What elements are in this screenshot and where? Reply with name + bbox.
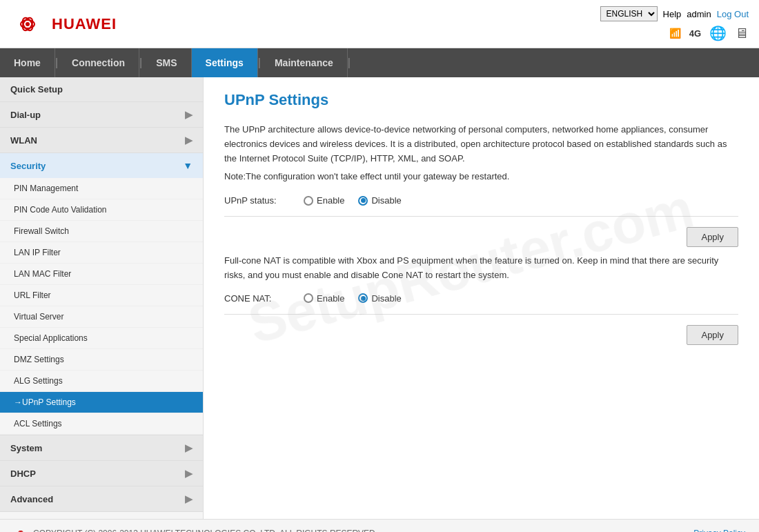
language-select[interactable]: ENGLISH [600, 6, 658, 21]
upnp-disable-option[interactable]: Disable [358, 195, 401, 206]
privacy-policy-link[interactable]: Privacy Policy [693, 529, 745, 533]
navigation-bar: Home | Connection | SMS Settings | Maint… [0, 48, 759, 77]
4g-icon: 4G [689, 28, 701, 39]
sidebar-label-wlan: WLAN [10, 135, 37, 146]
upnp-disable-radio[interactable] [358, 196, 368, 206]
footer-copyright: COPYRIGHT (C) 2006-2013 HUAWEI TECHNOLOG… [33, 529, 377, 533]
upnp-enable-radio[interactable] [304, 196, 313, 206]
sidebar-item-dhcp[interactable]: DHCP ▶ [0, 461, 203, 486]
chevron-dhcp-icon: ▶ [185, 468, 193, 479]
sidebar-item-system[interactable]: System ▶ [0, 435, 203, 460]
cone-enable-label: Enable [317, 293, 344, 304]
sidebar-item-acl-settings[interactable]: ACL Settings [0, 413, 203, 435]
admin-label: admin [687, 9, 711, 19]
sidebar-section-system: System ▶ [0, 435, 203, 461]
chevron-dial-up-icon: ▶ [185, 109, 193, 120]
sidebar-section-advanced: Advanced ▶ [0, 486, 203, 512]
footer: COPYRIGHT (C) 2006-2013 HUAWEI TECHNOLOG… [0, 519, 759, 532]
sidebar-item-virtual-server[interactable]: Virtual Server [0, 306, 203, 328]
sidebar-section-security: Security ▼ PIN Management PIN Code Auto … [0, 153, 203, 435]
sidebar-item-dmz-settings[interactable]: DMZ Settings [0, 349, 203, 371]
divider-1 [224, 216, 738, 217]
cone-disable-radio[interactable] [358, 293, 368, 303]
sidebar-item-url-filter[interactable]: URL Filter [0, 285, 203, 306]
sidebar-section-dhcp: DHCP ▶ [0, 461, 203, 486]
chevron-advanced-icon: ▶ [185, 493, 193, 504]
svg-point-3 [26, 22, 30, 26]
nav-settings[interactable]: Settings [192, 48, 258, 77]
upnp-enable-label: Enable [317, 195, 344, 206]
upnp-disable-label: Disable [371, 195, 401, 206]
sidebar-section-dial-up: Dial-up ▶ [0, 102, 203, 128]
divider-2 [224, 314, 738, 315]
nav-home[interactable]: Home [0, 48, 55, 77]
sidebar: Quick Setup Dial-up ▶ WLAN ▶ Security ▼ … [0, 77, 204, 519]
footer-logo: COPYRIGHT (C) 2006-2013 HUAWEI TECHNOLOG… [14, 528, 377, 533]
chevron-security-icon: ▼ [183, 160, 193, 171]
user-controls: ENGLISH Help admin Log Out [600, 6, 749, 21]
sidebar-item-advanced[interactable]: Advanced ▶ [0, 486, 203, 511]
sidebar-item-special-applications[interactable]: Special Applications [0, 328, 203, 349]
logo-text: HUAWEI [52, 15, 117, 33]
cone-enable-option[interactable]: Enable [304, 293, 344, 304]
sidebar-item-alg-settings[interactable]: ALG Settings [0, 371, 203, 392]
sidebar-item-dial-up[interactable]: Dial-up ▶ [0, 102, 203, 127]
sidebar-item-pin-management[interactable]: PIN Management [0, 178, 203, 199]
upnp-status-label: UPnP status: [224, 195, 293, 206]
upnp-status-row: UPnP status: Enable Disable [224, 195, 738, 206]
upnp-section: The UPnP architecture allows device-to-d… [224, 123, 738, 247]
monitor-icon: 🖥 [735, 26, 749, 41]
cone-nat-section: Full-cone NAT is compatible with Xbox an… [224, 254, 738, 345]
sidebar-label-system: System [10, 443, 42, 453]
apply-button-1[interactable]: Apply [687, 227, 738, 247]
signal-icon: 📶 [669, 28, 681, 39]
cone-disable-label: Disable [371, 293, 401, 304]
cone-enable-radio[interactable] [304, 293, 313, 303]
sidebar-section-quick-setup: Quick Setup [0, 77, 203, 102]
nav-maintenance[interactable]: Maintenance [261, 48, 348, 77]
main-layout: Quick Setup Dial-up ▶ WLAN ▶ Security ▼ … [0, 77, 759, 519]
sidebar-item-lan-ip-filter[interactable]: LAN IP Filter [0, 242, 203, 264]
footer-huawei-icon [14, 528, 28, 533]
sidebar-item-lan-mac-filter[interactable]: LAN MAC Filter [0, 264, 203, 285]
cone-nat-radio-group: Enable Disable [304, 293, 402, 304]
cone-nat-row: CONE NAT: Enable Disable [224, 293, 738, 304]
nav-sep-4: | [348, 48, 351, 77]
sidebar-item-firewall-switch[interactable]: Firewall Switch [0, 221, 203, 242]
cone-disable-option[interactable]: Disable [358, 293, 401, 304]
nav-connection[interactable]: Connection [58, 48, 139, 77]
upnp-enable-option[interactable]: Enable [304, 195, 344, 206]
top-bar: HUAWEI ENGLISH Help admin Log Out 📶 4G 🌐… [0, 0, 759, 48]
sidebar-item-security[interactable]: Security ▼ [0, 153, 203, 178]
sidebar-item-pin-code-auto[interactable]: PIN Code Auto Validation [0, 199, 203, 221]
upnp-status-radio-group: Enable Disable [304, 195, 402, 206]
apply-row-1: Apply [224, 227, 738, 247]
sidebar-label-advanced: Advanced [10, 494, 53, 504]
top-right-area: ENGLISH Help admin Log Out 📶 4G 🌐 🖥 [600, 6, 749, 41]
help-link[interactable]: Help [663, 9, 682, 19]
huawei-logo-icon [10, 10, 45, 38]
sidebar-section-wlan: WLAN ▶ [0, 128, 203, 153]
sidebar-item-upnp-settings[interactable]: →UPnP Settings [0, 392, 203, 413]
apply-row-2: Apply [224, 325, 738, 345]
sidebar-label-dhcp: DHCP [10, 469, 36, 479]
nav-sms[interactable]: SMS [142, 48, 191, 77]
apply-button-2[interactable]: Apply [687, 325, 738, 345]
globe-icon: 🌐 [709, 25, 727, 41]
sidebar-label-security: Security [10, 161, 46, 171]
logout-link[interactable]: Log Out [717, 9, 749, 19]
status-icons: 📶 4G 🌐 🖥 [669, 25, 749, 41]
upnp-description: The UPnP architecture allows device-to-d… [224, 123, 738, 166]
logo-area: HUAWEI [10, 10, 117, 38]
upnp-note: Note:The configuration won't take effect… [224, 171, 738, 181]
sidebar-item-wlan[interactable]: WLAN ▶ [0, 128, 203, 152]
sidebar-label-dial-up: Dial-up [10, 110, 41, 120]
sidebar-item-quick-setup[interactable]: Quick Setup [0, 77, 203, 101]
page-title: UPnP Settings [224, 91, 738, 109]
chevron-system-icon: ▶ [185, 442, 193, 453]
cone-nat-label: CONE NAT: [224, 293, 293, 304]
content-area: UPnP Settings The UPnP architecture allo… [204, 77, 759, 519]
chevron-wlan-icon: ▶ [185, 135, 193, 146]
cone-nat-description: Full-cone NAT is compatible with Xbox an… [224, 254, 738, 283]
sidebar-label-quick-setup: Quick Setup [10, 84, 63, 95]
